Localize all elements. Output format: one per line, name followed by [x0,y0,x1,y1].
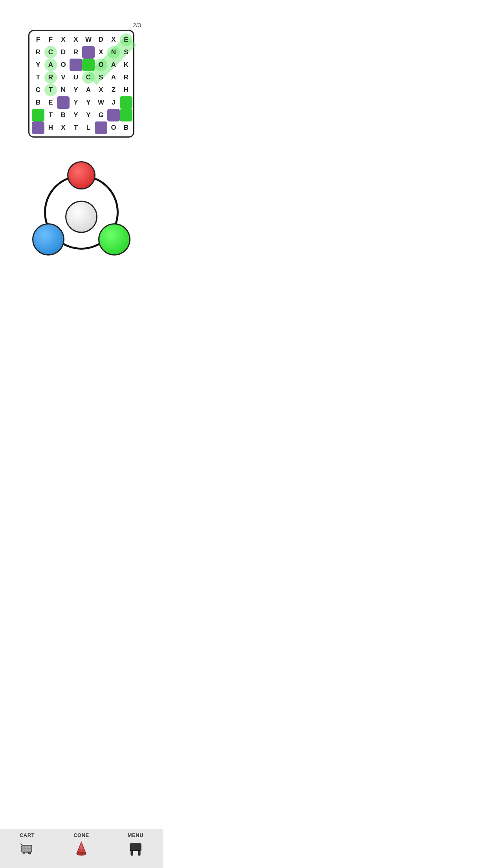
grid-cell[interactable] [120,109,132,121]
grid-cell[interactable]: S [95,71,107,84]
grid-cell[interactable]: E [44,96,57,109]
grid-cell[interactable] [82,59,95,71]
grid-cell[interactable]: X [57,33,70,46]
grid-cell[interactable] [32,109,44,121]
grid-cell[interactable]: T [70,121,82,134]
grid-cell[interactable]: Y [70,96,82,109]
grid-cell[interactable]: W [82,33,95,46]
grid-cell[interactable]: O [95,59,107,71]
grid-cell[interactable]: A [107,71,120,84]
grid-cell[interactable]: B [32,96,44,109]
grid-cell[interactable]: Y [70,109,82,121]
grid-cell[interactable]: V [57,71,70,84]
word-search-section: 2/3 FFXXWDXERCDRXNSYAOOAKTRVUCSARCTNYAXZ… [0,22,163,138]
word-grid-wrapper: FFXXWDXERCDRXNSYAOOAKTRVUCSARCTNYAXZHBEY… [28,30,134,138]
grid-cell[interactable]: A [107,59,120,71]
grid-cell[interactable]: R [70,46,82,59]
grid-cell[interactable] [120,96,132,109]
grid-cell[interactable]: H [120,84,132,96]
grid-cell[interactable]: U [70,71,82,84]
grid-cell[interactable]: X [95,84,107,96]
grid-cell[interactable]: F [44,33,57,46]
grid-cell[interactable]: T [44,109,57,121]
grid-cell[interactable]: G [95,109,107,121]
grid-cell[interactable]: X [57,121,70,134]
grid-cell[interactable]: O [57,59,70,71]
grid-cell[interactable]: J [107,96,120,109]
grid-cell[interactable]: B [120,121,132,134]
ball-red[interactable] [67,161,95,189]
grid-cell[interactable]: R [44,71,57,84]
ball-blue[interactable] [32,223,64,256]
grid-cell[interactable]: Z [107,84,120,96]
grid-cell[interactable]: E [120,33,132,46]
grid-cell[interactable]: A [82,84,95,96]
grid-cell[interactable] [57,96,70,109]
grid-cell[interactable] [95,121,107,134]
grid-cell[interactable]: N [57,84,70,96]
grid-cell[interactable] [32,121,44,134]
grid-cell[interactable] [70,59,82,71]
grid-cell[interactable]: X [95,46,107,59]
score-label: 2/3 [133,22,141,28]
grid-cell[interactable]: H [44,121,57,134]
grid-cell[interactable] [82,46,95,59]
grid-cell[interactable]: Y [32,59,44,71]
grid-cell[interactable]: F [32,33,44,46]
grid-cell[interactable]: T [32,71,44,84]
grid-cell[interactable] [107,109,120,121]
grid-cell[interactable]: A [44,59,57,71]
grid-cell[interactable]: Y [82,96,95,109]
grid-cell[interactable]: Y [70,84,82,96]
grid-cell[interactable]: X [107,33,120,46]
grid-cell[interactable]: D [95,33,107,46]
grid-cell[interactable]: N [107,46,120,59]
grid-cell[interactable]: S [120,46,132,59]
ball-white [65,200,97,233]
grid-cell[interactable]: O [107,121,120,134]
grid-cell[interactable]: C [82,71,95,84]
grid-cell[interactable]: K [120,59,132,71]
grid-cell[interactable]: C [44,46,57,59]
grid-cell[interactable]: W [95,96,107,109]
ball-green[interactable] [98,223,130,256]
grid-cell[interactable]: D [57,46,70,59]
grid-cell[interactable]: C [32,84,44,96]
grid-cell[interactable]: X [70,33,82,46]
grid-cell[interactable]: T [44,84,57,96]
grid-cell[interactable]: L [82,121,95,134]
color-mixer-section [30,161,132,263]
grid-cell[interactable]: Y [82,109,95,121]
grid-cell[interactable]: B [57,109,70,121]
grid-cell[interactable]: R [32,46,44,59]
grid-cell[interactable]: R [120,71,132,84]
word-grid[interactable]: FFXXWDXERCDRXNSYAOOAKTRVUCSARCTNYAXZHBEY… [32,33,131,134]
